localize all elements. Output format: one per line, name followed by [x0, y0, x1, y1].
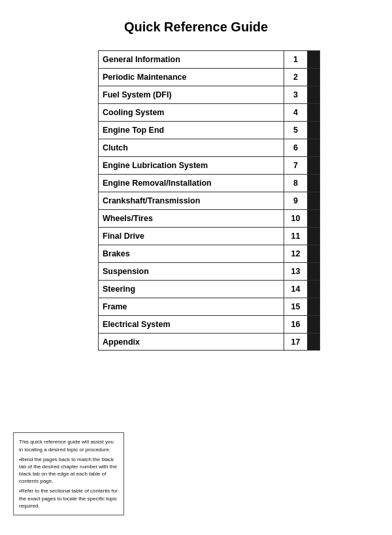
toc-number: 11 [284, 228, 308, 245]
toc-row: Engine Removal/Installation8 [98, 174, 320, 192]
toc-tab [308, 316, 319, 333]
toc-label: Electrical System [99, 316, 284, 333]
toc-number: 16 [284, 316, 308, 333]
toc-tab [308, 281, 319, 298]
toc-row: Appendix17 [98, 333, 320, 351]
toc-number: 4 [284, 104, 308, 121]
toc-row: Frame15 [98, 298, 320, 315]
toc-row: Suspension13 [98, 262, 320, 280]
toc-label: Frame [99, 298, 284, 315]
toc-tab [308, 334, 319, 350]
toc-tab [308, 192, 319, 209]
toc-label: Brakes [99, 245, 284, 262]
toc-number: 1 [284, 51, 308, 68]
toc-label: Periodic Maintenance [99, 69, 284, 86]
toc-number: 17 [284, 334, 308, 350]
toc-label: Steering [99, 281, 284, 298]
toc-number: 12 [284, 245, 308, 262]
toc-tab [308, 263, 319, 280]
toc-label: Engine Lubrication System [99, 157, 284, 174]
note-line2: •Bend the pages back to match the black … [19, 456, 118, 485]
toc-tab [308, 298, 319, 315]
toc-label: General Information [99, 51, 284, 68]
toc-number: 3 [284, 86, 308, 103]
toc-row: Crankshaft/Transmission9 [98, 192, 320, 209]
note-line3: •Refer to the sectional table of content… [19, 487, 118, 509]
toc-tab [308, 157, 319, 174]
toc-tab [308, 51, 319, 68]
toc-row: General Information1 [98, 50, 320, 68]
toc-number: 13 [284, 263, 308, 280]
toc-label: Clutch [99, 139, 284, 156]
toc-row: Steering14 [98, 280, 320, 298]
note-line1: This quick reference guide will assist y… [19, 438, 118, 453]
toc-label: Fuel System (DFI) [99, 86, 284, 103]
toc-number: 6 [284, 139, 308, 156]
toc-label: Engine Top End [99, 122, 284, 139]
page: Quick Reference Guide General Informatio… [0, 0, 392, 535]
toc-number: 7 [284, 157, 308, 174]
toc-number: 8 [284, 175, 308, 192]
toc-row: Cooling System4 [98, 103, 320, 121]
toc-number: 10 [284, 210, 308, 227]
toc-label: Suspension [99, 263, 284, 280]
toc-row: Electrical System16 [98, 315, 320, 333]
toc-tab [308, 122, 319, 139]
toc-tab [308, 69, 319, 86]
toc-tab [308, 210, 319, 227]
toc-tab [308, 228, 319, 245]
toc-label: Crankshaft/Transmission [99, 192, 284, 209]
toc-row: Engine Lubrication System7 [98, 156, 320, 174]
toc-row: Fuel System (DFI)3 [98, 86, 320, 103]
toc-row: Brakes12 [98, 245, 320, 262]
toc-number: 14 [284, 281, 308, 298]
toc-tab [308, 86, 319, 103]
toc-tab [308, 139, 319, 156]
toc-tab [308, 175, 319, 192]
toc-row: Wheels/Tires10 [98, 209, 320, 227]
toc-label: Engine Removal/Installation [99, 175, 284, 192]
page-title: Quick Reference Guide [13, 20, 379, 35]
toc-number: 9 [284, 192, 308, 209]
toc-label: Cooling System [99, 104, 284, 121]
toc-label: Appendix [99, 334, 284, 350]
toc-number: 2 [284, 69, 308, 86]
toc-row: Periodic Maintenance2 [98, 68, 320, 86]
toc-number: 5 [284, 122, 308, 139]
note-box: This quick reference guide will assist y… [13, 432, 124, 515]
toc-tab [308, 245, 319, 262]
toc-tab [308, 104, 319, 121]
toc-row: Final Drive11 [98, 227, 320, 245]
toc-row: Clutch6 [98, 139, 320, 156]
toc-number: 15 [284, 298, 308, 315]
toc-row: Engine Top End5 [98, 121, 320, 139]
toc-label: Wheels/Tires [99, 210, 284, 227]
toc-container: General Information1Periodic Maintenance… [98, 50, 320, 351]
toc-label: Final Drive [99, 228, 284, 245]
